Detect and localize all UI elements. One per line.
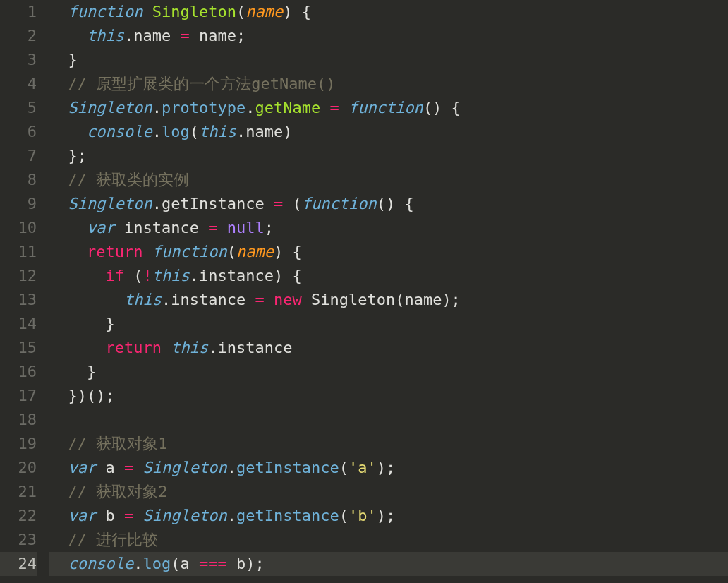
code-token: (: [236, 3, 245, 20]
code-token: b: [96, 507, 124, 524]
code-token: .: [227, 459, 236, 476]
code-token: [133, 507, 142, 524]
line-number: 11: [0, 240, 37, 264]
line-number: 21: [0, 480, 37, 504]
code-line[interactable]: console.log(a === b);: [49, 552, 728, 576]
code-token: (: [227, 243, 236, 260]
code-token: instance: [115, 219, 208, 236]
code-line[interactable]: // 获取类的实例: [49, 168, 728, 192]
code-token: };: [49, 147, 87, 164]
code-token: [339, 99, 348, 116]
code-line[interactable]: };: [49, 144, 728, 168]
code-token: this: [124, 291, 162, 308]
code-token: [49, 243, 87, 260]
code-token: this: [199, 123, 236, 140]
code-token: return: [105, 339, 161, 356]
code-line[interactable]: }: [49, 48, 728, 72]
code-token: getInstance: [236, 459, 339, 476]
code-token: (: [283, 195, 302, 212]
code-token: .: [245, 99, 255, 116]
line-number: 20: [0, 456, 37, 480]
code-token: =: [180, 27, 189, 44]
code-token: ===: [199, 555, 227, 572]
code-line[interactable]: // 获取对象2: [49, 480, 728, 504]
code-line[interactable]: // 获取对象1: [49, 432, 728, 456]
code-token: .: [208, 339, 217, 356]
code-token: getInstance: [236, 507, 339, 524]
code-token: // 进行比较: [68, 531, 159, 548]
code-token: if: [105, 267, 124, 284]
code-token: ) {: [283, 3, 311, 20]
code-token: getInstance: [162, 195, 265, 212]
code-token: ): [283, 123, 292, 140]
code-line[interactable]: if (!this.instance) {: [49, 264, 728, 288]
code-token: [162, 339, 171, 356]
code-token: [217, 219, 226, 236]
code-token: [49, 507, 68, 524]
code-token: (: [171, 555, 180, 572]
code-token: name: [133, 27, 171, 44]
line-number: 19: [0, 432, 37, 456]
line-number: 9: [0, 192, 37, 216]
code-line[interactable]: var b = Singleton.getInstance('b');: [49, 504, 728, 528]
code-line[interactable]: Singleton.prototype.getName = function()…: [49, 96, 728, 120]
code-token: (: [395, 291, 404, 308]
line-number: 14: [0, 312, 37, 336]
code-token: () {: [377, 195, 414, 212]
line-number: 10: [0, 216, 37, 240]
line-number: 4: [0, 72, 37, 96]
code-token: b: [227, 555, 246, 572]
code-token: );: [245, 555, 265, 572]
code-token: }: [49, 51, 78, 68]
code-token: (: [124, 267, 143, 284]
code-token: [49, 219, 87, 236]
code-token: 'b': [348, 507, 377, 524]
code-line[interactable]: Singleton.getInstance = (function() {: [49, 192, 728, 216]
code-token: =: [329, 99, 339, 116]
code-line[interactable]: return this.instance: [49, 336, 728, 360]
code-token: [49, 123, 87, 140]
code-token: [265, 195, 274, 212]
code-line[interactable]: this.name = name;: [49, 24, 728, 48]
line-number: 2: [0, 24, 37, 48]
code-token: =: [274, 195, 283, 212]
code-line[interactable]: console.log(this.name): [49, 120, 728, 144]
code-token: ) {: [274, 267, 302, 284]
code-token: .: [152, 195, 162, 212]
code-token: instance: [217, 339, 292, 356]
code-token: (: [339, 507, 348, 524]
code-line[interactable]: function Singleton(name) {: [49, 0, 728, 24]
code-line[interactable]: // 原型扩展类的一个方法getName(): [49, 72, 728, 96]
code-editor[interactable]: 123456789101112131415161718192021222324 …: [0, 0, 728, 583]
line-number: 15: [0, 336, 37, 360]
code-line[interactable]: }: [49, 360, 728, 384]
code-token: (: [190, 123, 199, 140]
code-line[interactable]: return function(name) {: [49, 240, 728, 264]
code-line[interactable]: var a = Singleton.getInstance('a');: [49, 456, 728, 480]
code-line[interactable]: }: [49, 312, 728, 336]
code-token: instance: [171, 291, 245, 308]
code-line[interactable]: })();: [49, 384, 728, 408]
code-line[interactable]: var instance = null;: [49, 216, 728, 240]
code-token: [49, 3, 68, 20]
code-line[interactable]: this.instance = new Singleton(name);: [49, 288, 728, 312]
code-token: [49, 555, 68, 572]
code-token: ) {: [274, 243, 302, 260]
code-token: a: [180, 555, 199, 572]
code-line[interactable]: // 进行比较: [49, 528, 728, 552]
code-token: =: [124, 507, 133, 524]
line-number: 18: [0, 408, 37, 432]
code-token: console: [87, 123, 152, 140]
code-token: );: [377, 459, 396, 476]
code-token: }: [49, 363, 96, 380]
code-token: this: [152, 267, 190, 284]
code-token: [49, 435, 68, 452]
code-token: return: [87, 243, 142, 260]
code-token: [142, 243, 152, 260]
code-token: [49, 483, 68, 500]
code-token: .: [236, 123, 245, 140]
code-token: console: [68, 555, 134, 572]
code-line[interactable]: [49, 408, 728, 432]
code-area[interactable]: function Singleton(name) { this.name = n…: [49, 0, 728, 583]
code-token: log: [162, 123, 190, 140]
